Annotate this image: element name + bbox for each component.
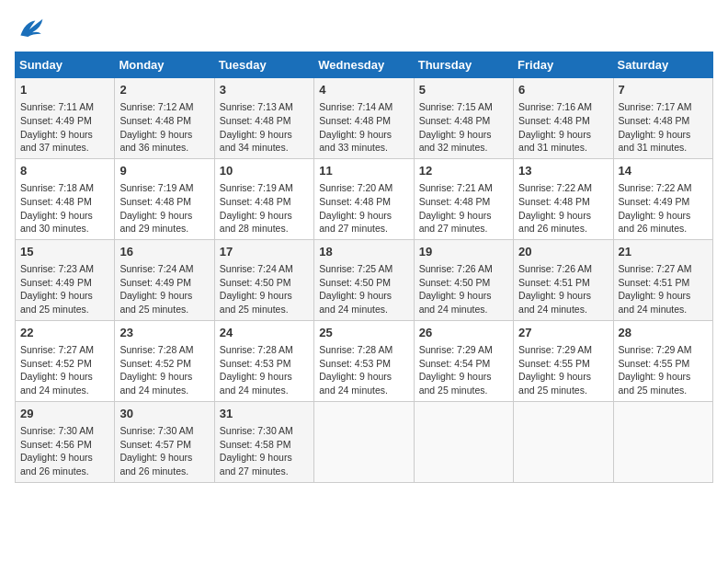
calendar-cell: 9Sunrise: 7:19 AMSunset: 4:48 PMDaylight… xyxy=(115,158,214,239)
calendar-header-row: SundayMondayTuesdayWednesdayThursdayFrid… xyxy=(16,52,713,78)
day-info: Sunrise: 7:23 AMSunset: 4:49 PMDaylight:… xyxy=(20,262,109,316)
calendar-cell: 16Sunrise: 7:24 AMSunset: 4:49 PMDayligh… xyxy=(115,239,214,320)
calendar-cell: 6Sunrise: 7:16 AMSunset: 4:48 PMDaylight… xyxy=(514,78,613,159)
weekday-header-wednesday: Wednesday xyxy=(314,52,414,78)
calendar-cell xyxy=(414,401,513,482)
weekday-header-monday: Monday xyxy=(115,52,214,78)
calendar-cell: 3Sunrise: 7:13 AMSunset: 4:48 PMDaylight… xyxy=(214,78,313,159)
day-info: Sunrise: 7:30 AMSunset: 4:56 PMDaylight:… xyxy=(20,424,109,478)
calendar-cell: 4Sunrise: 7:14 AMSunset: 4:48 PMDaylight… xyxy=(314,78,414,159)
day-info: Sunrise: 7:27 AMSunset: 4:51 PMDaylight:… xyxy=(619,262,708,316)
calendar-week-row: 15Sunrise: 7:23 AMSunset: 4:49 PMDayligh… xyxy=(16,239,713,320)
day-info: Sunrise: 7:24 AMSunset: 4:49 PMDaylight:… xyxy=(119,262,209,316)
calendar-cell: 17Sunrise: 7:24 AMSunset: 4:50 PMDayligh… xyxy=(214,239,313,320)
weekday-header-friday: Friday xyxy=(514,52,613,78)
day-number: 5 xyxy=(419,82,508,98)
calendar-cell: 20Sunrise: 7:26 AMSunset: 4:51 PMDayligh… xyxy=(514,239,613,320)
day-info: Sunrise: 7:30 AMSunset: 4:57 PMDaylight:… xyxy=(119,424,209,478)
day-info: Sunrise: 7:14 AMSunset: 4:48 PMDaylight:… xyxy=(319,100,408,155)
calendar-cell: 21Sunrise: 7:27 AMSunset: 4:51 PMDayligh… xyxy=(613,239,712,320)
calendar-table: SundayMondayTuesdayWednesdayThursdayFrid… xyxy=(15,52,713,483)
day-info: Sunrise: 7:22 AMSunset: 4:49 PMDaylight:… xyxy=(619,181,708,236)
day-number: 31 xyxy=(220,406,309,422)
day-number: 22 xyxy=(20,325,109,341)
day-info: Sunrise: 7:16 AMSunset: 4:48 PMDaylight:… xyxy=(518,100,608,155)
calendar-week-row: 22Sunrise: 7:27 AMSunset: 4:52 PMDayligh… xyxy=(16,320,713,401)
calendar-cell: 10Sunrise: 7:19 AMSunset: 4:48 PMDayligh… xyxy=(214,158,313,239)
calendar-cell: 5Sunrise: 7:15 AMSunset: 4:48 PMDaylight… xyxy=(414,78,513,159)
day-info: Sunrise: 7:11 AMSunset: 4:49 PMDaylight:… xyxy=(20,100,109,155)
day-number: 28 xyxy=(619,325,708,341)
logo-icon xyxy=(15,15,44,40)
day-info: Sunrise: 7:28 AMSunset: 4:52 PMDaylight:… xyxy=(119,343,209,397)
day-info: Sunrise: 7:28 AMSunset: 4:53 PMDaylight:… xyxy=(220,343,309,397)
calendar-body: 1Sunrise: 7:11 AMSunset: 4:49 PMDaylight… xyxy=(16,78,713,483)
day-info: Sunrise: 7:21 AMSunset: 4:48 PMDaylight:… xyxy=(419,181,508,236)
day-info: Sunrise: 7:29 AMSunset: 4:55 PMDaylight:… xyxy=(619,343,708,397)
day-number: 6 xyxy=(518,82,608,98)
day-info: Sunrise: 7:30 AMSunset: 4:58 PMDaylight:… xyxy=(220,424,309,478)
day-number: 10 xyxy=(220,163,309,179)
day-info: Sunrise: 7:12 AMSunset: 4:48 PMDaylight:… xyxy=(119,100,209,155)
calendar-cell: 26Sunrise: 7:29 AMSunset: 4:54 PMDayligh… xyxy=(414,320,513,401)
day-info: Sunrise: 7:26 AMSunset: 4:50 PMDaylight:… xyxy=(419,262,508,316)
calendar-cell xyxy=(514,401,613,482)
day-info: Sunrise: 7:18 AMSunset: 4:48 PMDaylight:… xyxy=(20,181,109,236)
logo xyxy=(15,15,48,40)
calendar-cell: 28Sunrise: 7:29 AMSunset: 4:55 PMDayligh… xyxy=(613,320,712,401)
day-info: Sunrise: 7:15 AMSunset: 4:48 PMDaylight:… xyxy=(419,100,508,155)
day-number: 19 xyxy=(419,244,508,260)
day-info: Sunrise: 7:25 AMSunset: 4:50 PMDaylight:… xyxy=(319,262,408,316)
day-number: 2 xyxy=(119,82,209,98)
day-info: Sunrise: 7:13 AMSunset: 4:48 PMDaylight:… xyxy=(220,100,309,155)
day-number: 1 xyxy=(20,82,109,98)
calendar-cell: 1Sunrise: 7:11 AMSunset: 4:49 PMDaylight… xyxy=(16,78,115,159)
day-number: 20 xyxy=(518,244,608,260)
calendar-cell xyxy=(613,401,712,482)
day-number: 3 xyxy=(220,82,309,98)
day-info: Sunrise: 7:27 AMSunset: 4:52 PMDaylight:… xyxy=(20,343,109,397)
calendar-cell: 11Sunrise: 7:20 AMSunset: 4:48 PMDayligh… xyxy=(314,158,414,239)
day-info: Sunrise: 7:26 AMSunset: 4:51 PMDaylight:… xyxy=(518,262,608,316)
weekday-header-thursday: Thursday xyxy=(414,52,513,78)
calendar-week-row: 29Sunrise: 7:30 AMSunset: 4:56 PMDayligh… xyxy=(16,401,713,482)
calendar-cell: 13Sunrise: 7:22 AMSunset: 4:48 PMDayligh… xyxy=(514,158,613,239)
day-number: 27 xyxy=(518,325,608,341)
day-info: Sunrise: 7:24 AMSunset: 4:50 PMDaylight:… xyxy=(220,262,309,316)
calendar-week-row: 1Sunrise: 7:11 AMSunset: 4:49 PMDaylight… xyxy=(16,78,713,159)
day-info: Sunrise: 7:29 AMSunset: 4:54 PMDaylight:… xyxy=(419,343,508,397)
calendar-cell xyxy=(314,401,414,482)
calendar-cell: 30Sunrise: 7:30 AMSunset: 4:57 PMDayligh… xyxy=(115,401,214,482)
day-info: Sunrise: 7:17 AMSunset: 4:48 PMDaylight:… xyxy=(619,100,708,155)
calendar-cell: 12Sunrise: 7:21 AMSunset: 4:48 PMDayligh… xyxy=(414,158,513,239)
day-info: Sunrise: 7:22 AMSunset: 4:48 PMDaylight:… xyxy=(518,181,608,236)
weekday-header-sunday: Sunday xyxy=(16,52,115,78)
calendar-cell: 18Sunrise: 7:25 AMSunset: 4:50 PMDayligh… xyxy=(314,239,414,320)
calendar-cell: 31Sunrise: 7:30 AMSunset: 4:58 PMDayligh… xyxy=(214,401,313,482)
weekday-header-tuesday: Tuesday xyxy=(214,52,313,78)
weekday-header-saturday: Saturday xyxy=(613,52,712,78)
day-number: 24 xyxy=(220,325,309,341)
day-number: 21 xyxy=(619,244,708,260)
day-number: 26 xyxy=(419,325,508,341)
day-number: 29 xyxy=(20,406,109,422)
day-number: 25 xyxy=(319,325,408,341)
day-info: Sunrise: 7:28 AMSunset: 4:53 PMDaylight:… xyxy=(319,343,408,397)
calendar-cell: 29Sunrise: 7:30 AMSunset: 4:56 PMDayligh… xyxy=(16,401,115,482)
day-number: 8 xyxy=(20,163,109,179)
day-number: 9 xyxy=(119,163,209,179)
day-number: 15 xyxy=(20,244,109,260)
calendar-week-row: 8Sunrise: 7:18 AMSunset: 4:48 PMDaylight… xyxy=(16,158,713,239)
calendar-cell: 2Sunrise: 7:12 AMSunset: 4:48 PMDaylight… xyxy=(115,78,214,159)
day-number: 13 xyxy=(518,163,608,179)
calendar-cell: 24Sunrise: 7:28 AMSunset: 4:53 PMDayligh… xyxy=(214,320,313,401)
day-number: 11 xyxy=(319,163,408,179)
day-number: 7 xyxy=(619,82,708,98)
calendar-cell: 14Sunrise: 7:22 AMSunset: 4:49 PMDayligh… xyxy=(613,158,712,239)
day-info: Sunrise: 7:19 AMSunset: 4:48 PMDaylight:… xyxy=(220,181,309,236)
calendar-cell: 25Sunrise: 7:28 AMSunset: 4:53 PMDayligh… xyxy=(314,320,414,401)
day-info: Sunrise: 7:19 AMSunset: 4:48 PMDaylight:… xyxy=(119,181,209,236)
day-number: 17 xyxy=(220,244,309,260)
calendar-cell: 8Sunrise: 7:18 AMSunset: 4:48 PMDaylight… xyxy=(16,158,115,239)
day-number: 14 xyxy=(619,163,708,179)
